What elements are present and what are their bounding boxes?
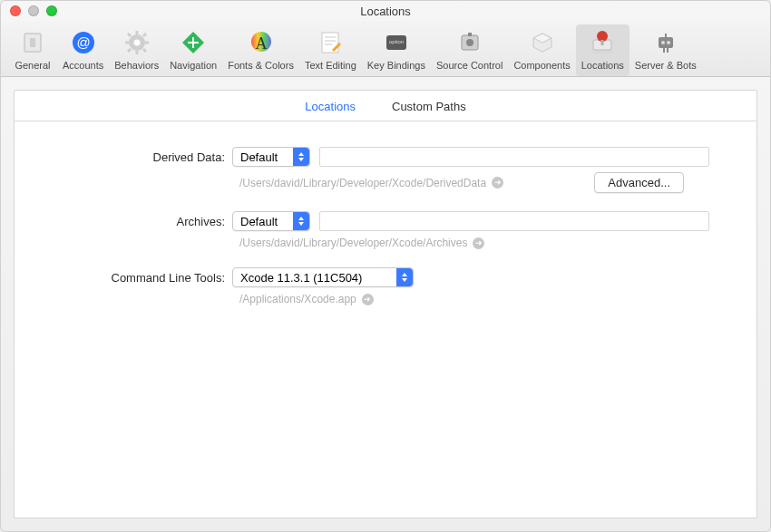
clt-path: /Applications/Xcode.app <box>239 293 356 305</box>
toolbar-item-locations[interactable]: Locations <box>576 24 629 76</box>
archives-path: /Users/david/Library/Developer/Xcode/Arc… <box>239 237 467 249</box>
derived-data-path: /Users/david/Library/Developer/Xcode/Der… <box>239 177 486 189</box>
stepper-arrows-icon <box>293 212 309 230</box>
tab-bar: Locations Custom Paths <box>15 91 756 121</box>
preferences-toolbar: General @ Accounts Behaviors Navigation … <box>1 21 770 77</box>
reveal-in-finder-icon[interactable]: ➜ <box>473 237 484 249</box>
fonts-colors-icon: A <box>247 28 276 57</box>
svg-point-27 <box>466 39 473 46</box>
archives-path-row: /Users/david/Library/Developer/Xcode/Arc… <box>239 237 720 249</box>
toolbar-item-navigation[interactable]: Navigation <box>164 24 222 76</box>
svg-rect-1 <box>30 38 35 47</box>
svg-rect-36 <box>663 48 665 53</box>
derived-data-label: Derived Data: <box>51 150 232 164</box>
derived-data-path-row: /Users/david/Library/Developer/Xcode/Der… <box>239 172 720 193</box>
svg-point-34 <box>661 41 665 44</box>
toolbar-label: Text Editing <box>305 60 356 71</box>
toolbar-label: Behaviors <box>114 60 159 71</box>
toolbar-item-components[interactable]: Components <box>508 24 575 76</box>
derived-data-row: Derived Data: Default <box>51 147 720 167</box>
titlebar: Locations <box>1 1 770 21</box>
source-control-icon <box>455 28 484 57</box>
clt-label: Command Line Tools: <box>51 271 232 285</box>
locations-icon <box>588 28 617 57</box>
toolbar-item-fonts-colors[interactable]: A Fonts & Colors <box>222 24 299 76</box>
archives-label: Archives: <box>51 215 232 228</box>
reveal-in-finder-icon[interactable]: ➜ <box>362 294 374 305</box>
toolbar-item-behaviors[interactable]: Behaviors <box>109 24 164 76</box>
svg-point-5 <box>133 40 140 46</box>
toolbar-label: Key Bindings <box>367 60 425 71</box>
svg-text:A: A <box>255 34 267 53</box>
general-icon <box>18 28 47 57</box>
toolbar-item-server-bots[interactable]: Server & Bots <box>629 24 702 76</box>
clt-path-row: /Applications/Xcode.app ➜ <box>239 293 720 305</box>
svg-text:option: option <box>389 39 404 44</box>
svg-line-12 <box>143 34 146 36</box>
toolbar-label: Source Control <box>436 60 503 71</box>
derived-data-select[interactable]: Default <box>232 147 310 167</box>
svg-rect-28 <box>468 33 472 36</box>
svg-line-13 <box>128 49 131 52</box>
accounts-icon: @ <box>69 28 98 57</box>
reveal-in-finder-icon[interactable]: ➜ <box>492 177 503 189</box>
locations-body: Derived Data: Default /Users/david/Libra… <box>15 121 756 349</box>
components-icon <box>528 28 557 57</box>
clt-row: Command Line Tools: Xcode 11.3.1 (11C504… <box>51 267 720 287</box>
close-window-button[interactable] <box>10 5 21 16</box>
select-value: Default <box>240 215 278 228</box>
content-area: Locations Custom Paths Derived Data: Def… <box>1 77 770 531</box>
toolbar-item-source-control[interactable]: Source Control <box>431 24 508 76</box>
toolbar-label: Components <box>513 60 570 71</box>
window-controls <box>1 5 57 16</box>
stepper-arrows-icon <box>293 148 309 166</box>
svg-text:@: @ <box>76 34 90 50</box>
gear-icon <box>122 28 151 57</box>
svg-point-35 <box>667 41 670 44</box>
svg-rect-33 <box>659 37 673 48</box>
advanced-button[interactable]: Advanced... <box>594 172 684 193</box>
toolbar-label: Accounts <box>63 60 103 71</box>
select-value: Xcode 11.3.1 (11C504) <box>240 271 362 285</box>
svg-line-10 <box>128 34 131 36</box>
locations-panel: Locations Custom Paths Derived Data: Def… <box>14 90 757 518</box>
archives-select[interactable]: Default <box>232 211 310 231</box>
stepper-arrows-icon <box>396 268 413 286</box>
toolbar-label: Fonts & Colors <box>228 60 294 71</box>
window-title: Locations <box>1 5 770 18</box>
svg-line-11 <box>143 49 146 52</box>
minimize-window-button[interactable] <box>28 5 39 16</box>
svg-rect-37 <box>667 48 669 53</box>
toolbar-label: Server & Bots <box>635 60 697 71</box>
tab-locations[interactable]: Locations <box>305 100 356 113</box>
preferences-window: Locations General @ Accounts Behaviors N… <box>0 0 771 532</box>
server-bots-icon <box>651 28 680 57</box>
toolbar-label: Navigation <box>170 60 217 71</box>
toolbar-label: General <box>15 60 50 71</box>
toolbar-item-accounts[interactable]: @ Accounts <box>57 24 109 76</box>
key-bindings-icon: option <box>382 28 411 57</box>
toolbar-item-general[interactable]: General <box>8 24 57 76</box>
toolbar-item-key-bindings[interactable]: option Key Bindings <box>362 24 431 76</box>
zoom-window-button[interactable] <box>46 5 57 16</box>
tab-custom-paths[interactable]: Custom Paths <box>392 100 466 113</box>
navigation-icon <box>179 28 208 57</box>
text-editing-icon <box>316 28 345 57</box>
clt-select[interactable]: Xcode 11.3.1 (11C504) <box>232 267 414 287</box>
toolbar-item-text-editing[interactable]: Text Editing <box>299 24 362 76</box>
derived-data-path-field[interactable] <box>319 147 709 167</box>
archives-row: Archives: Default <box>51 211 720 231</box>
select-value: Default <box>240 150 278 164</box>
svg-rect-32 <box>601 40 604 45</box>
archives-path-field[interactable] <box>319 211 709 231</box>
toolbar-label: Locations <box>581 60 624 71</box>
